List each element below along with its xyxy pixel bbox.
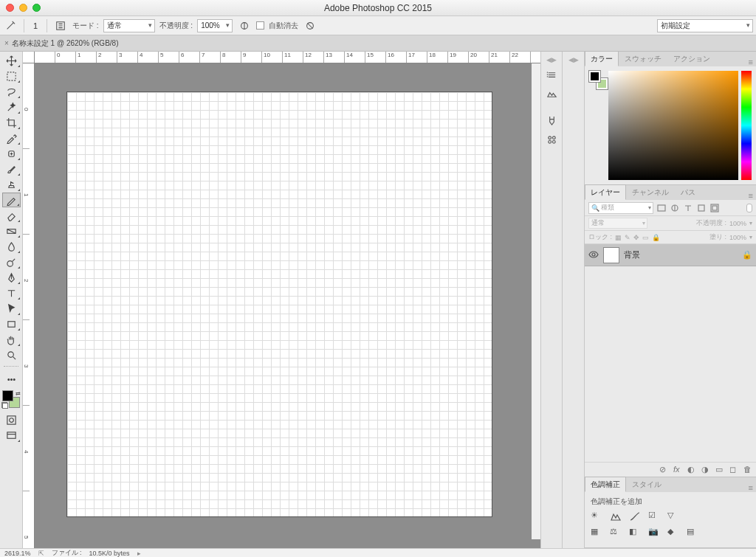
channel-mixer-icon[interactable]: ◆ — [667, 527, 679, 539]
tab-actions[interactable]: アクション — [667, 51, 716, 66]
adjustment-layer-icon[interactable]: ◑ — [701, 465, 711, 474]
lock-artboard-icon[interactable]: ▭ — [642, 234, 649, 241]
canvas-area[interactable]: 012345678910111213141516171819202122 012… — [23, 52, 540, 548]
filter-smart-icon[interactable] — [709, 203, 720, 213]
lock-position-icon[interactable]: ✥ — [633, 234, 639, 241]
hand-tool[interactable] — [2, 332, 21, 347]
vibrance-icon[interactable]: ▽ — [667, 511, 679, 522]
document-canvas[interactable] — [67, 92, 492, 516]
properties-panel-icon[interactable] — [543, 86, 560, 102]
blur-tool[interactable] — [2, 239, 21, 254]
default-colors-icon[interactable] — [1, 402, 8, 409]
zoom-level[interactable]: 2619.1% — [4, 550, 31, 557]
healing-brush-tool[interactable] — [2, 146, 21, 161]
opacity-select[interactable]: 100% — [197, 19, 233, 32]
tool-preset-button[interactable] — [3, 18, 18, 33]
auto-erase-checkbox[interactable] — [256, 21, 264, 30]
marquee-tool[interactable] — [2, 69, 21, 83]
brush-panel-toggle[interactable] — [53, 18, 68, 33]
color-lookup-icon[interactable]: ▤ — [687, 527, 698, 539]
exposure-icon[interactable]: ☑ — [648, 511, 660, 522]
layer-style-icon[interactable]: fx — [673, 465, 683, 474]
panel-menu-icon[interactable]: ≡ — [749, 58, 753, 66]
clone-stamp-tool[interactable] — [2, 177, 21, 192]
lock-transparency-icon[interactable]: ▦ — [615, 234, 622, 241]
tab-channels[interactable]: チャンネル — [626, 184, 675, 200]
history-panel-icon[interactable] — [543, 66, 560, 83]
color-swatches[interactable]: ⇄ — [2, 390, 20, 408]
move-tool[interactable] — [2, 53, 21, 68]
vertical-scrollbar[interactable] — [532, 63, 540, 539]
hue-sat-icon[interactable]: ▦ — [591, 527, 602, 539]
layer-lock-icon[interactable]: 🔒 — [742, 250, 752, 260]
file-info-value[interactable]: 10.5K/0 bytes — [89, 550, 130, 557]
export-icon[interactable]: ⇱ — [38, 550, 44, 557]
layer-blend-mode-select[interactable]: 通常 — [588, 218, 647, 229]
delete-layer-icon[interactable]: 🗑 — [743, 465, 753, 474]
close-tab-icon[interactable]: × — [4, 39, 9, 47]
edit-toolbar-button[interactable] — [2, 372, 21, 387]
lasso-tool[interactable] — [2, 84, 21, 99]
ruler-origin[interactable] — [23, 52, 35, 63]
color-mini-swatches[interactable] — [589, 71, 605, 87]
status-menu-icon[interactable]: ▸ — [137, 550, 141, 557]
quick-mask-toggle[interactable] — [2, 412, 21, 427]
new-layer-icon[interactable]: ◻ — [729, 465, 739, 474]
color-balance-icon[interactable]: ⚖ — [610, 527, 622, 539]
tab-layers[interactable]: レイヤー — [585, 184, 626, 200]
layer-name[interactable]: 背景 — [624, 249, 640, 260]
panel-menu-icon[interactable]: ≡ — [749, 191, 753, 200]
type-tool[interactable] — [2, 286, 21, 300]
photo-filter-icon[interactable]: 📷 — [648, 527, 660, 539]
brush-presets-panel-icon[interactable] — [543, 131, 560, 148]
blend-mode-select[interactable]: 通常 — [103, 19, 155, 32]
levels-icon[interactable] — [610, 511, 622, 522]
gradient-tool[interactable] — [2, 224, 21, 238]
black-white-icon[interactable]: ◧ — [629, 527, 641, 539]
eyedropper-tool[interactable] — [2, 131, 21, 145]
filter-shape-icon[interactable] — [696, 203, 707, 213]
filter-type-icon[interactable] — [683, 203, 693, 213]
dodge-tool[interactable] — [2, 255, 21, 269]
path-selection-tool[interactable] — [2, 301, 21, 316]
tab-adjustments[interactable]: 色調補正 — [585, 477, 626, 492]
pen-tool[interactable] — [2, 270, 21, 285]
horizontal-ruler[interactable]: 012345678910111213141516171819202122 — [35, 52, 540, 63]
fill-value[interactable]: 100% — [729, 234, 746, 241]
brush-tool[interactable] — [2, 162, 21, 176]
pencil-tool[interactable] — [2, 193, 21, 207]
brush-panel-icon[interactable] — [543, 112, 560, 128]
eraser-tool[interactable] — [2, 208, 21, 223]
tab-color[interactable]: カラー — [585, 51, 619, 66]
layer-mask-icon[interactable]: ◐ — [687, 465, 697, 474]
panel-menu-icon[interactable]: ≡ — [749, 483, 753, 492]
layer-opacity-value[interactable]: 100% — [729, 220, 746, 227]
layer-kind-filter[interactable]: 🔍種類 — [588, 202, 653, 214]
visibility-icon[interactable] — [588, 249, 599, 261]
zoom-tool[interactable] — [2, 347, 21, 362]
swap-colors-icon[interactable]: ⇄ — [16, 390, 21, 397]
filter-adjust-icon[interactable] — [670, 203, 680, 213]
curves-icon[interactable] — [629, 511, 641, 522]
group-icon[interactable]: ▭ — [715, 465, 725, 474]
workspace-preset-select[interactable]: 初期設定 — [657, 19, 753, 32]
tab-styles[interactable]: スタイル — [626, 477, 667, 492]
tab-swatches[interactable]: スウォッチ — [619, 51, 667, 66]
pressure-size-icon[interactable] — [303, 18, 317, 33]
crop-tool[interactable] — [2, 115, 21, 130]
lock-all-icon[interactable]: 🔒 — [652, 234, 660, 241]
hue-slider[interactable] — [741, 71, 752, 180]
document-tab-label[interactable]: 名称未設定 1 @ 2620% (RGB/8) — [12, 38, 119, 49]
vertical-ruler[interactable]: 012345 — [23, 63, 35, 548]
link-layers-icon[interactable]: ⊘ — [659, 465, 669, 474]
brightness-contrast-icon[interactable]: ☀ — [591, 511, 602, 522]
layer-thumbnail[interactable] — [603, 247, 619, 263]
magic-wand-tool[interactable] — [2, 100, 21, 114]
tab-paths[interactable]: パス — [675, 184, 701, 200]
layer-row[interactable]: 背景 🔒 — [585, 244, 756, 266]
filter-pixel-icon[interactable] — [656, 203, 667, 213]
brush-size-value[interactable]: 1 — [30, 21, 41, 30]
color-field[interactable] — [608, 71, 738, 180]
lock-pixels-icon[interactable]: ✎ — [625, 234, 630, 241]
foreground-color[interactable] — [2, 390, 13, 401]
